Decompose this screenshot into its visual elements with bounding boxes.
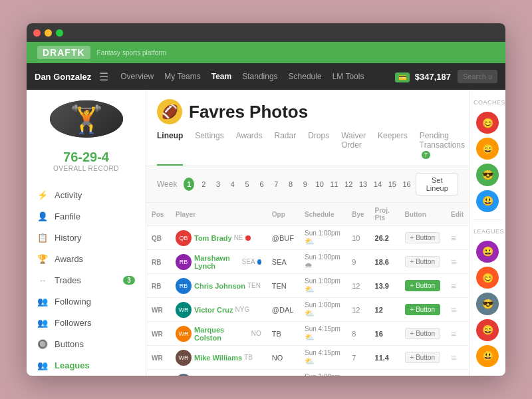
tab-drops[interactable]: Drops: [308, 131, 329, 166]
sidebar-item-awards[interactable]: 🏆 Awards: [27, 248, 146, 269]
player-action-button[interactable]: + Button: [405, 304, 441, 315]
player-action-button[interactable]: + Button: [405, 352, 441, 363]
pending-badge: T: [422, 151, 431, 159]
week-3[interactable]: 3: [213, 178, 223, 191]
league-avatar-2[interactable]: 😊: [476, 267, 499, 289]
nav-myteams[interactable]: My Teams: [164, 72, 200, 81]
player-avatar: QB: [176, 230, 192, 246]
drag-handle-icon[interactable]: ≡: [451, 233, 456, 243]
nav-overview[interactable]: Overview: [120, 72, 154, 81]
sidebar-item-buttons[interactable]: 🔘 Buttons: [27, 333, 146, 354]
week-7[interactable]: 7: [271, 178, 281, 191]
week-11[interactable]: 11: [329, 178, 340, 191]
week-8[interactable]: 8: [285, 178, 296, 191]
sidebar-item-leagues[interactable]: 👥 Leagues: [27, 354, 146, 376]
tab-settings[interactable]: Settings: [195, 131, 223, 166]
set-lineup-button[interactable]: Set Lineup: [416, 173, 458, 196]
drag-handle-icon[interactable]: ≡: [451, 257, 456, 267]
nav-standings[interactable]: Standings: [242, 72, 277, 81]
player-action-button[interactable]: + Button: [405, 280, 441, 291]
tab-pending-transactions[interactable]: Pending Transactions T: [420, 131, 465, 166]
nav-team[interactable]: Team: [211, 72, 231, 81]
sidebar-item-fanfile[interactable]: 👤 Fanfile: [27, 205, 146, 227]
player-name[interactable]: Marques Colston: [194, 326, 249, 342]
player-action-button[interactable]: + Button: [405, 328, 441, 339]
player-schedule: Sun 1:00pm 🌧: [299, 250, 346, 274]
league-avatar-1[interactable]: 😀: [476, 241, 499, 263]
drag-handle-icon[interactable]: ≡: [451, 352, 456, 363]
coach-avatar-1[interactable]: 😊: [476, 112, 499, 134]
tab-waiver-order[interactable]: Waiver Order: [341, 131, 366, 166]
panel-divider: [473, 219, 501, 220]
league-avatar-5[interactable]: 😃: [476, 345, 499, 367]
player-name[interactable]: Victor Cruz: [194, 306, 233, 314]
tab-keepers[interactable]: Keepers: [378, 131, 408, 166]
drag-handle-icon[interactable]: ≡: [451, 305, 456, 315]
sidebar-item-label: Leagues: [55, 360, 135, 370]
player-action-button[interactable]: + Button: [405, 232, 441, 243]
week-4[interactable]: 4: [227, 178, 238, 191]
week-12[interactable]: 12: [343, 178, 354, 191]
drag-handle-icon[interactable]: ≡: [451, 329, 456, 339]
nav-bar: Dan Gonzalez ☰ Overview My Teams Team St…: [27, 63, 505, 90]
player-position: WR: [152, 354, 163, 362]
trades-icon: ↔: [37, 275, 48, 285]
week-15[interactable]: 15: [387, 178, 398, 191]
sidebar-item-label: Trades: [55, 275, 116, 285]
sidebar-item-label: Following: [55, 297, 135, 307]
tab-awards[interactable]: Awards: [236, 131, 263, 166]
league-avatar-3[interactable]: 😎: [476, 293, 499, 315]
leagues-icon: 👥: [37, 360, 48, 370]
balance-icon: 💳: [395, 72, 410, 82]
week-13[interactable]: 13: [358, 178, 368, 191]
league-avatar-4[interactable]: 😄: [476, 319, 499, 341]
sidebar-item-trades[interactable]: ↔ Trades 3: [27, 269, 146, 291]
close-dot[interactable]: [33, 29, 41, 37]
tab-radar[interactable]: Radar: [274, 131, 296, 166]
player-avatar: WR: [176, 326, 192, 342]
tab-lineup[interactable]: Lineup: [157, 131, 183, 166]
player-proj-pts: 12: [375, 306, 383, 314]
coach-avatar-3[interactable]: 😎: [476, 164, 499, 186]
week-1[interactable]: 1: [184, 178, 194, 191]
coach-avatar-4[interactable]: 😃: [476, 190, 499, 212]
nav-balance: 💳 $347,187: [395, 72, 451, 82]
week-16[interactable]: 16: [402, 178, 412, 191]
player-name[interactable]: Mike Williams: [194, 354, 242, 362]
player-cell: WR Mike Williams TB: [176, 350, 261, 366]
drag-handle-icon[interactable]: ≡: [451, 281, 456, 291]
sidebar-item-activity[interactable]: ⚡ Activity: [27, 184, 146, 205]
coaches-label: Coaches: [469, 96, 505, 110]
hamburger-icon[interactable]: ☰: [99, 70, 108, 83]
player-team: SEA: [242, 258, 255, 265]
player-name[interactable]: Marshawn Lynch: [194, 254, 240, 270]
week-14[interactable]: 14: [372, 178, 383, 191]
search-input[interactable]: [458, 70, 497, 83]
player-team: TB: [244, 354, 253, 361]
player-name[interactable]: Chris Johnson: [194, 282, 245, 290]
sidebar-item-history[interactable]: 📋 History: [27, 227, 146, 248]
player-position: RB: [152, 283, 161, 290]
sidebar-item-followers[interactable]: 👥 Followers: [27, 312, 146, 333]
sidebar-item-following[interactable]: 👥 Following: [27, 291, 146, 312]
weather-icon: ⛅: [305, 237, 315, 246]
week-9[interactable]: 9: [300, 178, 311, 191]
player-team: TEN: [247, 282, 261, 289]
nav-schedule[interactable]: Schedule: [289, 72, 322, 81]
table-row: TE TE Vernon Davis SF @SEA Sun 1:00pm 🌧 …: [146, 370, 469, 376]
player-action-button[interactable]: + Button: [405, 256, 441, 267]
minimize-dot[interactable]: [45, 29, 52, 37]
week-5[interactable]: 5: [242, 178, 253, 191]
player-name[interactable]: Tom Brady: [194, 234, 232, 242]
maximize-dot[interactable]: [56, 29, 63, 37]
week-10[interactable]: 10: [315, 178, 325, 191]
weather-icon: ⛅: [305, 309, 315, 318]
trades-badge: 3: [123, 276, 135, 285]
week-2[interactable]: 2: [198, 178, 209, 191]
nav-lmtools[interactable]: LM Tools: [332, 72, 364, 81]
player-position: WR: [152, 307, 163, 314]
week-6[interactable]: 6: [257, 178, 267, 191]
following-icon: 👥: [37, 296, 48, 307]
coach-avatar-2[interactable]: 😄: [476, 138, 499, 160]
player-schedule: Sun 1:00pm ⛅: [299, 274, 346, 298]
